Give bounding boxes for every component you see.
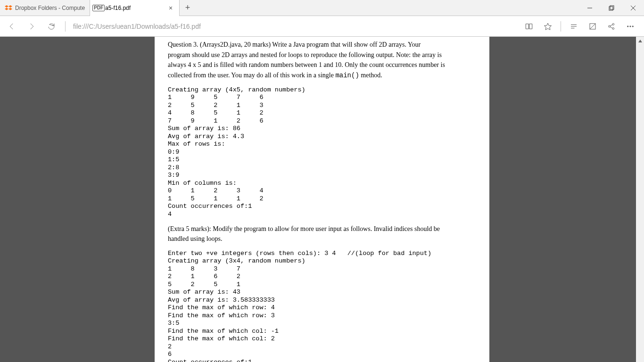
- reading-view-icon[interactable]: [520, 17, 538, 35]
- code-block-2: Enter two +ve integers (rows then cols):…: [168, 250, 476, 362]
- refresh-button[interactable]: [42, 17, 60, 35]
- svg-point-17: [612, 27, 614, 29]
- question-heading: Question 3. (Arrays2D.java, 20 marks) Wr…: [168, 41, 476, 49]
- pdf-page: Question 3. (Arrays2D.java, 20 marks) Wr…: [155, 37, 489, 362]
- webnote-icon[interactable]: [584, 17, 602, 35]
- separator: [65, 21, 66, 32]
- extra-heading: (Extra 5 marks): Modify the program to a…: [168, 225, 476, 233]
- minimize-button[interactable]: [579, 0, 601, 16]
- svg-rect-5: [609, 7, 613, 10]
- tab-label: a5-f16.pdf: [105, 5, 164, 11]
- extra-line2: handled using loops.: [168, 235, 476, 243]
- pdf-icon: PDF: [95, 4, 102, 12]
- extra-text: Modify the program to allow for more use…: [211, 225, 440, 232]
- svg-point-15: [609, 25, 611, 27]
- pdf-viewport: Question 3. (Arrays2D.java, 20 marks) Wr…: [0, 37, 644, 362]
- q3-label: Question 3.: [168, 41, 198, 48]
- svg-marker-9: [545, 23, 552, 30]
- svg-marker-3: [8, 8, 12, 10]
- forward-button[interactable]: [23, 17, 41, 35]
- close-icon[interactable]: ×: [167, 4, 174, 12]
- window-controls: [579, 0, 644, 16]
- code-inline: main(): [335, 72, 359, 79]
- close-button[interactable]: [622, 0, 644, 16]
- dropbox-icon: [5, 4, 12, 12]
- new-tab-button[interactable]: +: [180, 0, 196, 16]
- hub-icon[interactable]: [565, 17, 583, 35]
- svg-line-19: [610, 26, 612, 28]
- tab-pdf[interactable]: PDF a5-f16.pdf ×: [90, 0, 180, 16]
- svg-point-21: [630, 25, 631, 26]
- share-icon[interactable]: [603, 17, 620, 35]
- svg-marker-0: [5, 5, 8, 8]
- navbar: file:///C:/Users/uean1/Downloads/a5-f16.…: [0, 16, 644, 37]
- q3-line2: program should use 2D arrays and nested …: [168, 51, 476, 59]
- svg-marker-1: [8, 5, 12, 8]
- scrollbar[interactable]: [636, 37, 644, 362]
- q3-line3: always 4 x 5 and is filled with random n…: [168, 61, 476, 69]
- address-bar[interactable]: file:///C:/Users/uean1/Downloads/a5-f16.…: [70, 23, 518, 30]
- svg-point-22: [632, 25, 633, 26]
- svg-rect-6: [610, 6, 614, 9]
- tab-strip: Dropbox Folders - Compute PDF a5-f16.pdf…: [0, 0, 644, 16]
- tab-dropbox[interactable]: Dropbox Folders - Compute: [0, 0, 90, 16]
- q3-text: (Arrays2D.java, 20 marks) Write a Java p…: [200, 41, 421, 48]
- q3-line4: collected from the user. You may do all …: [168, 71, 476, 80]
- separator: [561, 21, 561, 32]
- svg-point-20: [627, 25, 628, 26]
- tab-label: Dropbox Folders - Compute: [15, 5, 85, 11]
- maximize-button[interactable]: [601, 0, 622, 16]
- toolbar-right: [520, 17, 641, 35]
- svg-point-16: [612, 23, 614, 25]
- back-button[interactable]: [3, 17, 21, 35]
- svg-line-18: [610, 25, 612, 26]
- svg-marker-23: [638, 40, 642, 42]
- code-block-1: Creating array (4x5, random numbers) 1 9…: [168, 86, 476, 218]
- svg-line-14: [590, 24, 595, 29]
- extra-label: (Extra 5 marks):: [168, 225, 211, 232]
- scroll-up-button[interactable]: [636, 37, 644, 45]
- more-icon[interactable]: [621, 17, 639, 35]
- star-icon[interactable]: [539, 17, 557, 35]
- svg-marker-2: [5, 8, 8, 10]
